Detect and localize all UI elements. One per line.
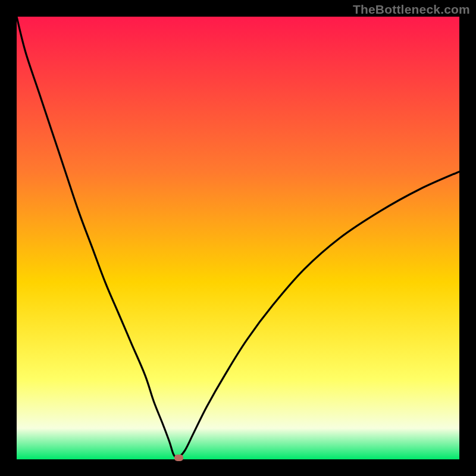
plot-svg (17, 17, 459, 459)
watermark-label: TheBottleneck.com (353, 2, 470, 17)
chart-frame: TheBottleneck.com (0, 0, 476, 476)
gradient-background (17, 17, 459, 459)
plot-area (17, 17, 459, 459)
minimum-marker (174, 455, 183, 461)
